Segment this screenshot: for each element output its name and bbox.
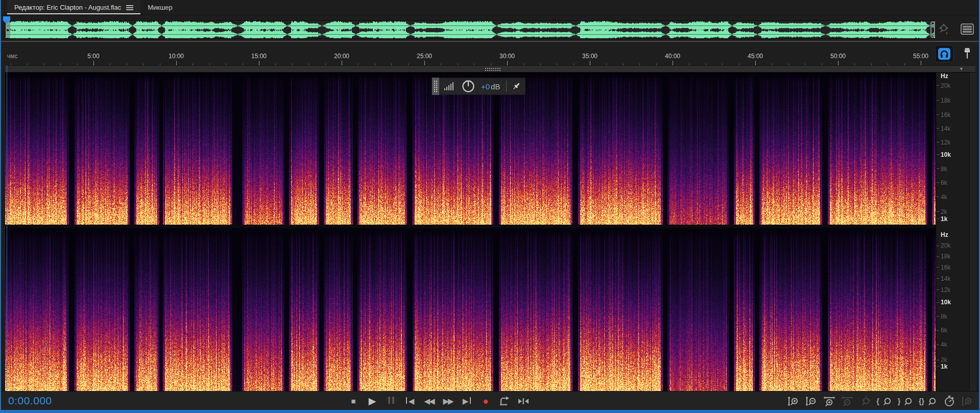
range-handle-right[interactable] bbox=[930, 21, 935, 38]
zoom-to-selection-icon: {} bbox=[919, 396, 938, 407]
ruler-time-label: 5:00 bbox=[87, 53, 99, 60]
monitor-headphones-icon bbox=[938, 48, 950, 60]
seek-icon: ▶▶ bbox=[443, 397, 452, 406]
freq-label-4k: 4k bbox=[937, 341, 947, 348]
audition-window: Редактор: Eric Clapton - August.flac Мик… bbox=[0, 0, 980, 413]
rewind-button[interactable]: ◀◀ bbox=[423, 394, 435, 408]
go-to-end-button[interactable]: ▶ bbox=[461, 394, 473, 408]
ruler-major-tick bbox=[424, 61, 425, 65]
hud-meter-icon bbox=[444, 82, 453, 90]
seek-icon: ◀◀ bbox=[424, 397, 434, 406]
ruler-time-label: 50:00 bbox=[830, 53, 846, 60]
freq-label-12k: 12k bbox=[937, 286, 950, 294]
zoom-full-vertical-icon bbox=[961, 396, 974, 407]
frequency-scale[interactable]: Hz20k18k16k14k12k10k8k6k4k2k1kHz20k18k16… bbox=[936, 72, 969, 391]
tab-mixer[interactable]: Микшер bbox=[140, 0, 180, 15]
freq-label-14k: 14k bbox=[937, 275, 950, 282]
overview-waveform-canvas[interactable] bbox=[6, 21, 935, 38]
tab-editor[interactable]: Редактор: Eric Clapton - August.flac bbox=[7, 0, 140, 15]
panel-menu-icon[interactable] bbox=[126, 4, 133, 11]
freq-label-16k: 16k bbox=[937, 111, 950, 118]
monitor-headphones-button[interactable] bbox=[935, 45, 953, 62]
freq-label-hz: Hz bbox=[937, 231, 948, 238]
range-handle-left[interactable] bbox=[6, 21, 10, 38]
zoom-navigate-icon[interactable] bbox=[936, 21, 951, 37]
freq-label-12k: 12k bbox=[937, 139, 950, 146]
freq-label-8k: 8k bbox=[937, 313, 947, 320]
play-button[interactable]: ▶ bbox=[366, 394, 378, 408]
hud-gain-value[interactable]: +0 bbox=[481, 82, 490, 91]
loop-icon bbox=[499, 396, 510, 406]
ruler-major-tick bbox=[921, 61, 921, 65]
ruler-major-tick bbox=[93, 61, 94, 65]
zoom-out-horizontal-icon bbox=[841, 396, 854, 407]
freq-label-14k: 14k bbox=[937, 125, 950, 132]
tab-mixer-label: Микшер bbox=[148, 4, 173, 11]
zoom-toolbar: {}{} bbox=[787, 393, 974, 409]
zoom-timer-button[interactable] bbox=[943, 394, 956, 408]
hud-panel: +0 dB bbox=[432, 78, 525, 95]
zoom-out-vertical-icon bbox=[805, 396, 818, 407]
go-to-start-button[interactable]: ◀ bbox=[404, 394, 416, 408]
time-display[interactable]: 0:00.000 bbox=[8, 395, 52, 407]
ruler-time-label: 40:00 bbox=[665, 53, 680, 60]
zoom-to-out-point-button[interactable]: } bbox=[898, 394, 914, 408]
zoom-out-vertical-button[interactable] bbox=[805, 394, 818, 408]
freq-label-1k: 1k bbox=[937, 363, 947, 370]
fast-forward-button[interactable]: ▶▶ bbox=[442, 394, 454, 408]
hud-separator bbox=[506, 81, 507, 92]
channel-divider[interactable] bbox=[5, 225, 936, 228]
freq-label-8k: 8k bbox=[937, 165, 947, 173]
panel-tab-bar: Редактор: Eric Clapton - August.flac Мик… bbox=[1, 0, 979, 15]
vertical-scrollbar[interactable] bbox=[969, 72, 976, 391]
overview-row bbox=[1, 15, 979, 41]
freq-label-hz: Hz bbox=[937, 72, 948, 80]
spectrogram-right-channel[interactable] bbox=[5, 228, 936, 391]
ruler-time-label: 35:00 bbox=[582, 53, 597, 60]
pause-button[interactable] bbox=[385, 394, 397, 408]
freq-label-1k: 1k bbox=[937, 215, 947, 223]
spectrogram-area bbox=[5, 72, 936, 391]
spectrogram-left-channel[interactable] bbox=[5, 72, 936, 225]
hud-drag-grip-icon[interactable] bbox=[432, 78, 439, 95]
pin-ruler-icon[interactable] bbox=[960, 46, 975, 61]
hud-pin-icon[interactable] bbox=[512, 82, 521, 91]
record-button[interactable]: ● bbox=[480, 394, 492, 408]
timeline-ruler[interactable]: чмс 5:0010:0015:0020:0025:0030:0035:0040… bbox=[5, 42, 936, 65]
zoom-out-horizontal-button bbox=[841, 394, 854, 408]
ruler-unit-label: чмс bbox=[7, 53, 18, 60]
horizontal-scrollbar[interactable]: ▼ bbox=[5, 65, 975, 72]
zoom-navigate-button bbox=[858, 394, 872, 408]
ruler-major-tick bbox=[590, 61, 590, 65]
transport-buttons: ■▶ ◀◀◀▶▶▶ ● bbox=[347, 393, 530, 409]
collapse-triangle-icon[interactable]: ▼ bbox=[959, 66, 964, 71]
zoom-to-in-point-icon: { bbox=[876, 396, 893, 407]
zoom-to-in-point-button[interactable]: { bbox=[876, 394, 893, 408]
zoom-in-vertical-button[interactable] bbox=[787, 394, 800, 408]
overview-waveform-strip[interactable] bbox=[5, 20, 936, 39]
skip-selection-button[interactable] bbox=[517, 394, 530, 408]
zoom-to-selection-button[interactable]: {} bbox=[919, 394, 938, 408]
zoom-navigate-icon bbox=[858, 396, 872, 407]
ruler-time-label: 45:00 bbox=[748, 53, 763, 60]
hud-knob-icon[interactable] bbox=[462, 80, 475, 93]
loop-playback-button[interactable] bbox=[498, 394, 511, 408]
ruler-major-tick bbox=[259, 61, 259, 65]
zoom-timer-icon bbox=[944, 396, 954, 407]
zoom-in-horizontal-button[interactable] bbox=[823, 394, 836, 408]
ruler-major-tick bbox=[342, 61, 342, 65]
stop-icon: ■ bbox=[351, 397, 355, 405]
ruler-major-tick bbox=[507, 61, 508, 65]
display-list-icon[interactable] bbox=[960, 21, 975, 37]
zoom-to-out-point-icon: } bbox=[898, 396, 914, 407]
scrollbar-grip-icon[interactable] bbox=[485, 68, 501, 71]
freq-label-4k: 4k bbox=[937, 193, 947, 201]
stop-button[interactable]: ■ bbox=[347, 394, 360, 408]
tab-editor-label: Редактор: Eric Clapton - August.flac bbox=[14, 4, 121, 11]
freq-label-10k: 10k bbox=[937, 151, 951, 158]
zoom-in-vertical-icon bbox=[787, 396, 800, 407]
ruler-time-label: 10:00 bbox=[169, 53, 184, 60]
freq-label-20k: 20k bbox=[937, 242, 950, 249]
go-to-end-icon: ▶ bbox=[463, 397, 471, 406]
ruler-major-tick bbox=[838, 61, 839, 65]
